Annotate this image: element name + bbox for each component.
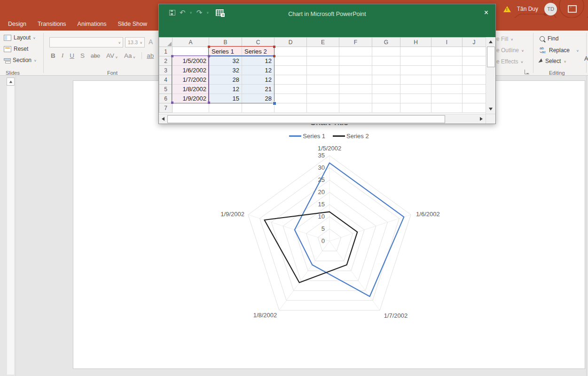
- user-name[interactable]: Tân Duy: [517, 6, 538, 12]
- cell-I7[interactable]: [431, 103, 463, 113]
- cell-H7[interactable]: [400, 103, 431, 113]
- cell-J6[interactable]: [463, 94, 486, 103]
- row-header-3[interactable]: 3: [159, 66, 172, 75]
- cell-H1[interactable]: [400, 47, 431, 56]
- share-icon[interactable]: [568, 5, 577, 13]
- series-1-line[interactable]: [295, 163, 404, 297]
- cell-C7[interactable]: [242, 103, 274, 113]
- row-header-6[interactable]: 6: [159, 94, 172, 103]
- scroll-up-button[interactable]: [487, 38, 494, 46]
- row-header-1[interactable]: 1: [159, 47, 172, 56]
- vertical-scroll-thumb[interactable]: [487, 47, 495, 67]
- horizontal-scrollbar[interactable]: [159, 114, 486, 124]
- replace-button[interactable]: ab⤷ac Replace: [540, 47, 579, 54]
- cell-B3[interactable]: 32: [209, 66, 242, 75]
- cell-F4[interactable]: [339, 75, 372, 85]
- cell-A4[interactable]: 1/7/2002: [172, 75, 209, 85]
- cell-H3[interactable]: [400, 66, 431, 75]
- cell-G1[interactable]: [372, 47, 400, 56]
- col-header-I[interactable]: I: [431, 38, 463, 47]
- ribbon-tab-design[interactable]: Design: [8, 18, 32, 31]
- layout-button[interactable]: Layout: [4, 34, 36, 41]
- close-icon[interactable]: ×: [484, 8, 488, 17]
- cell-D1[interactable]: [274, 47, 307, 56]
- excel-window-titlebar[interactable]: x Chart in Microsoft PowerPoint ×: [159, 4, 495, 37]
- shape-fill-button[interactable]: e Fill: [496, 36, 513, 42]
- cell-J4[interactable]: [463, 75, 486, 85]
- cell-F6[interactable]: [339, 94, 372, 103]
- scroll-down-button[interactable]: [487, 105, 494, 113]
- ribbon-tab-animations[interactable]: Animations: [72, 18, 112, 31]
- bold-button[interactable]: B: [51, 52, 55, 59]
- cell-E4[interactable]: [307, 75, 339, 85]
- cell-I4[interactable]: [431, 75, 463, 85]
- fill-handle[interactable]: [273, 102, 276, 105]
- slides-panel-scroll-up-button[interactable]: [7, 78, 15, 86]
- chart-legend[interactable]: Series 1Series 2: [73, 133, 585, 140]
- horizontal-scroll-thumb[interactable]: [167, 115, 445, 123]
- cell-B4[interactable]: 28: [209, 75, 242, 85]
- cell-G5[interactable]: [372, 85, 400, 94]
- cell-A2[interactable]: 1/5/2002: [172, 56, 209, 66]
- shape-effects-button[interactable]: e Effects: [496, 58, 523, 65]
- slides-panel-scrollbar[interactable]: [7, 86, 15, 375]
- cell-B5[interactable]: 12: [209, 85, 242, 94]
- col-header-C[interactable]: C: [242, 38, 274, 47]
- col-header-G[interactable]: G: [372, 38, 400, 47]
- change-case-button[interactable]: Aa: [124, 52, 135, 59]
- strikethrough-button[interactable]: abe: [91, 53, 100, 59]
- col-header-A[interactable]: A: [172, 38, 209, 47]
- cell-E1[interactable]: [307, 47, 339, 56]
- cell-I3[interactable]: [431, 66, 463, 75]
- cell-H5[interactable]: [400, 85, 431, 94]
- vertical-scrollbar[interactable]: [486, 37, 495, 114]
- cell-B7[interactable]: [209, 103, 242, 113]
- col-header-H[interactable]: H: [400, 38, 431, 47]
- section-button[interactable]: Section: [4, 57, 37, 63]
- row-header-2[interactable]: 2: [159, 56, 172, 66]
- find-button[interactable]: Find: [540, 35, 558, 42]
- cell-C6[interactable]: 28: [242, 94, 274, 103]
- dialog-launcher-icon[interactable]: [525, 70, 529, 74]
- cell-B6[interactable]: 15: [209, 94, 242, 103]
- cell-F5[interactable]: [339, 85, 372, 94]
- italic-button[interactable]: I: [62, 52, 64, 59]
- underline-button[interactable]: U: [70, 52, 74, 59]
- cell-G3[interactable]: [372, 66, 400, 75]
- warning-icon[interactable]: [503, 6, 511, 12]
- row-header-5[interactable]: 5: [159, 85, 172, 94]
- cell-D2[interactable]: [274, 56, 307, 66]
- col-header-D[interactable]: D: [274, 38, 307, 47]
- scroll-right-button[interactable]: [478, 115, 485, 123]
- cell-I2[interactable]: [431, 56, 463, 66]
- cell-C3[interactable]: 12: [242, 66, 274, 75]
- font-size-combobox[interactable]: 13.3: [125, 37, 145, 47]
- cell-A5[interactable]: 1/8/2002: [172, 85, 209, 94]
- cell-E5[interactable]: [307, 85, 339, 94]
- cell-F2[interactable]: [339, 56, 372, 66]
- cell-C2[interactable]: 12: [242, 56, 274, 66]
- cell-G2[interactable]: [372, 56, 400, 66]
- scroll-left-button[interactable]: [159, 115, 167, 123]
- cell-D6[interactable]: [274, 94, 307, 103]
- cell-C1[interactable]: Series 2: [242, 47, 274, 56]
- cell-E6[interactable]: [307, 94, 339, 103]
- cell-A6[interactable]: 1/9/2002: [172, 94, 209, 103]
- cell-D7[interactable]: [274, 103, 307, 113]
- cell-D3[interactable]: [274, 66, 307, 75]
- avatar[interactable]: TD: [544, 3, 557, 16]
- col-header-E[interactable]: E: [307, 38, 339, 47]
- col-header-B[interactable]: B: [209, 38, 242, 47]
- cell-B2[interactable]: 32: [209, 56, 242, 66]
- cell-A3[interactable]: 1/6/2002: [172, 66, 209, 75]
- cell-I5[interactable]: [431, 85, 463, 94]
- cell-F7[interactable]: [339, 103, 372, 113]
- cell-I6[interactable]: [431, 94, 463, 103]
- cell-H6[interactable]: [400, 94, 431, 103]
- cell-I1[interactable]: [431, 47, 463, 56]
- cell-C4[interactable]: 12: [242, 75, 274, 85]
- cell-J5[interactable]: [463, 85, 486, 94]
- row-header-7[interactable]: 7: [159, 103, 172, 113]
- col-header-J[interactable]: J: [463, 38, 486, 47]
- cell-A1[interactable]: [172, 47, 209, 56]
